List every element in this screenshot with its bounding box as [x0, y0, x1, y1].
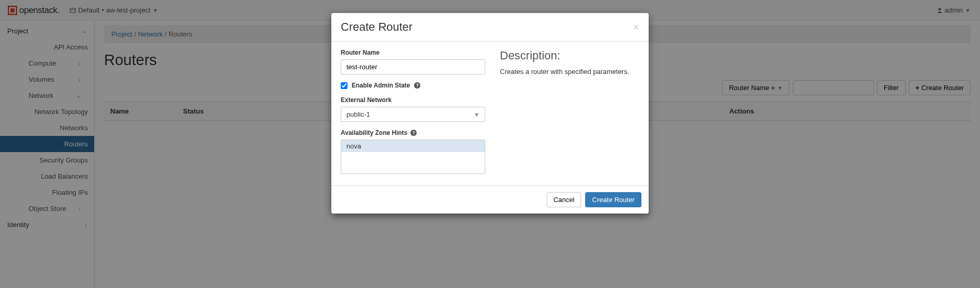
modal-body: Router Name Enable Admin State ? Externa… — [331, 42, 649, 185]
description-text: Creates a router with specified paramete… — [500, 68, 639, 76]
external-network-select[interactable]: public-1 ▼ — [341, 107, 485, 122]
admin-state-row[interactable]: Enable Admin State ? — [341, 82, 485, 89]
admin-state-checkbox[interactable] — [341, 82, 347, 89]
router-name-input[interactable] — [341, 59, 485, 74]
description-heading: Description: — [500, 49, 639, 62]
close-icon[interactable]: × — [633, 21, 639, 33]
cancel-button[interactable]: Cancel — [547, 192, 581, 207]
az-hints-text: Availability Zone Hints — [341, 129, 407, 136]
caret-down-icon: ▼ — [474, 111, 480, 118]
description-column: Description: Creates a router with speci… — [500, 49, 639, 174]
help-icon[interactable]: ? — [410, 130, 417, 136]
submit-create-router-button[interactable]: Create Router — [585, 192, 641, 207]
modal-header: Create Router × — [331, 13, 649, 42]
modal-title: Create Router — [341, 20, 412, 34]
help-icon[interactable]: ? — [414, 82, 420, 89]
external-network-value: public-1 — [346, 110, 370, 118]
admin-state-label: Enable Admin State — [352, 82, 410, 89]
modal-footer: Cancel Create Router — [331, 185, 649, 214]
external-network-label: External Network — [341, 96, 485, 104]
create-router-modal: Create Router × Router Name Enable Admin… — [331, 13, 649, 214]
az-hints-listbox[interactable]: nova — [341, 140, 485, 174]
form-column: Router Name Enable Admin State ? Externa… — [341, 49, 485, 174]
az-option-nova[interactable]: nova — [341, 140, 485, 152]
router-name-label: Router Name — [341, 49, 485, 56]
az-hints-label: Availability Zone Hints ? — [341, 129, 485, 136]
